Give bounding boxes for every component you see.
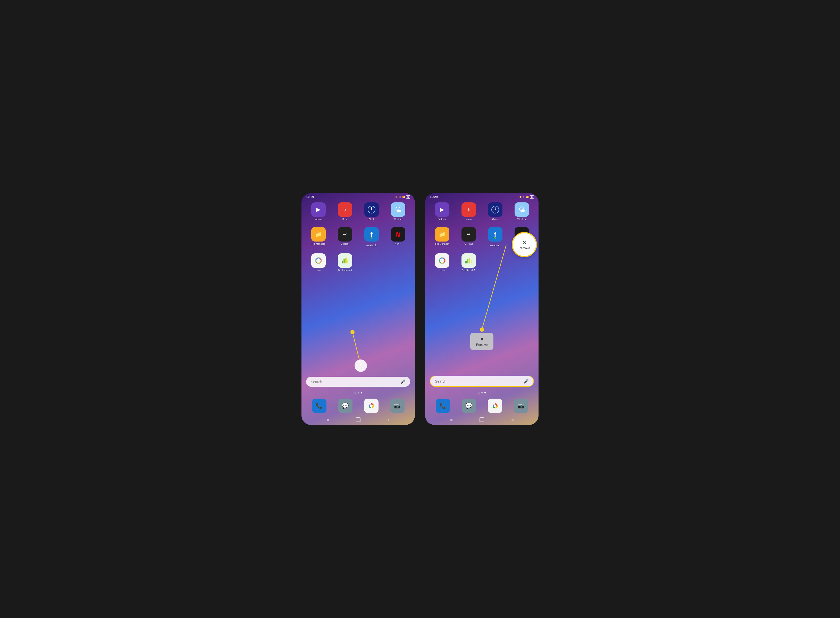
app-label-clock-right: Clock [492,218,498,220]
lens-svg-left [314,256,323,265]
app-label-filemanager-right: File Manager [435,242,449,245]
app-icon-orelax-left[interactable]: ↩ [338,227,352,242]
app-orelax-right[interactable]: ↩ O Relax [456,227,481,247]
app-icon-videos-right[interactable]: ▶ [435,202,449,217]
search-widget-right[interactable]: Search 🎤 [425,373,539,389]
app-weather-right[interactable]: 🌤 Weather [509,202,534,220]
dock-camera-right[interactable]: 📷 [514,399,528,413]
search-widget-left[interactable]: Search 🎤 [301,374,415,389]
app-clock-right[interactable]: Clock [483,202,507,220]
clock-svg-left [368,205,376,214]
clock-svg-right [491,205,499,214]
app-label-lens-right: Lens [439,269,445,272]
app-videos-left[interactable]: ▶ Videos [306,202,331,220]
app-icon-geekbench-right[interactable] [462,253,476,268]
nav-menu-right[interactable]: ≡ [448,417,455,422]
search-bar-left[interactable]: Search 🎤 [306,377,410,387]
geekbench-svg-right [464,256,473,265]
nav-back-right[interactable]: ◁ [508,417,516,422]
app-grid-row1-left: ▶ Videos ♪ Music Clock [301,200,415,223]
remove-popup-small[interactable]: ✕ Remove [470,333,493,350]
app-netflix-left[interactable]: N Netflix [386,227,410,247]
lens-svg-right [438,256,447,265]
dock-chrome-right[interactable] [488,399,502,413]
nav-home-right[interactable] [480,417,484,422]
facebook-online-dot-left [371,237,372,239]
app-icon-music-right[interactable]: ♪ [462,202,476,217]
chrome-svg-left [367,402,375,410]
app-icon-netflix-left[interactable]: N [391,227,405,242]
app-icon-lens-left[interactable] [311,253,326,268]
status-icons-right: 🔇 ✳ 📶 42 [519,195,534,199]
app-label-orelax-left: O Relax [341,242,349,245]
app-icon-geekbench-left[interactable] [338,253,352,268]
app-icon-filemanager-right[interactable]: 📁 [435,227,449,242]
mic-icon-right[interactable]: 🎤 [524,379,529,384]
dock-right: 📞 💬 📷 [425,396,539,415]
nav-back-left[interactable]: ◁ [385,417,392,422]
app-label-lens-left: Lens [316,269,321,272]
bluetooth-icon-right: ✳ [523,196,525,198]
dock-messages-right[interactable]: 💬 [462,399,476,413]
app-label-videos-right: Videos [439,218,445,220]
hamburger-right: ≡ [478,391,480,395]
app-facebook-left[interactable]: f Facebook [359,227,384,247]
app-label-weather-left: Weather [394,218,402,220]
app-music-left[interactable]: ♪ Music [333,202,357,220]
app-weather-left[interactable]: 🌤 Weather [386,202,410,220]
app-videos-right[interactable]: ▶ Videos [430,202,454,220]
app-clock-left[interactable]: Clock [359,202,384,220]
app-icon-weather-left[interactable]: 🌤 [391,202,405,217]
app-lens-right[interactable]: Lens [430,253,454,272]
app-icon-music-left[interactable]: ♪ [338,202,352,217]
page-dots-left: ≡ [301,389,415,396]
app-facebook-right[interactable]: f Faceboo... [483,227,507,247]
dock-chrome-left[interactable] [364,399,378,413]
status-icons-left: 🔇 ✳ 📶 42 [395,195,410,199]
app-filemanager-left[interactable]: 📁 File Manager [306,227,331,247]
app-icon-clock-right[interactable] [488,202,502,217]
app-label-geekbench-left: Geekbench 5 [338,269,352,272]
app-geekbench-right[interactable]: Geekbench 5 [456,253,481,272]
nav-bar-left: ≡ ◁ [301,415,415,425]
app-label-clock-left: Clock [368,218,374,220]
page-dots-right: ≡ [425,389,539,396]
wifi-icon-right: 📶 [526,196,529,198]
search-placeholder-right: Search [435,379,446,383]
app-geekbench-left[interactable]: Geekbench 5 [333,253,357,272]
app-icon-facebook-right[interactable]: f [488,227,502,242]
remove-popup-large[interactable]: ✕ Remove [513,233,536,256]
geekbench-svg-left [341,256,349,265]
app-label-music-right: Music [466,218,472,220]
dock-camera-left[interactable]: 📷 [390,399,405,413]
mic-icon-left[interactable]: 🎤 [401,379,405,384]
search-bar-right[interactable]: Search 🎤 [430,376,534,387]
dock-phone-left[interactable]: 📞 [312,399,326,413]
svg-point-9 [370,404,372,407]
app-label-filemanager-left: File Manager [311,242,325,245]
svg-point-3 [316,257,322,264]
app-filemanager-right[interactable]: 📁 File Manager [430,227,454,247]
app-icon-weather-right[interactable]: 🌤 [515,202,529,217]
nav-menu-left[interactable]: ≡ [324,417,332,422]
silent-icon-right: 🔇 [519,196,522,198]
app-orelax-left[interactable]: ↩ O Relax [333,227,357,247]
search-placeholder-left: Search [311,380,322,384]
app-music-right[interactable]: ♪ Music [456,202,481,220]
facebook-online-dot-right [494,237,496,239]
status-bar-right: 10:29 🔇 ✳ 📶 42 [425,193,539,200]
nav-home-left[interactable] [356,417,360,422]
app-icon-filemanager-left[interactable]: 📁 [311,227,326,242]
svg-rect-6 [345,258,347,263]
app-icon-facebook-left[interactable]: f [364,227,379,242]
app-lens-left[interactable]: Lens [306,253,331,272]
app-icon-lens-right[interactable] [435,253,449,268]
dock-phone-right[interactable]: 📞 [436,399,450,413]
app-icon-orelax-right[interactable]: ↩ [462,227,476,242]
wifi-icon: 📶 [402,196,405,198]
app-icon-videos-left[interactable]: ▶ [311,202,326,217]
app-icon-clock-left[interactable] [364,202,379,217]
app-grid-row3-left: Lens Geekbench 5 [301,251,415,274]
nav-bar-right: ≡ ◁ [425,415,539,425]
dock-messages-left[interactable]: 💬 [338,399,353,413]
